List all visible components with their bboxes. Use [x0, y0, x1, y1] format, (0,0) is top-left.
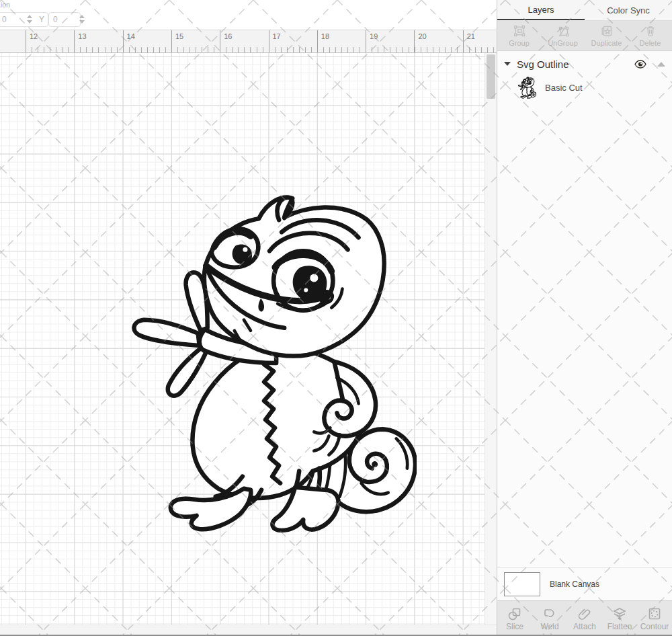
x-coordinate-stepper[interactable]	[26, 12, 34, 26]
contour-button-label: Contour	[640, 622, 669, 631]
ruler-number: 15	[171, 30, 183, 52]
tab-layers[interactable]: Layers	[497, 0, 585, 20]
ruler-number: 19	[366, 30, 378, 52]
ruler-number: 12	[26, 30, 38, 52]
flatten-button-label: Flatten	[607, 622, 632, 631]
group-button[interactable]: Group	[497, 21, 541, 50]
eye-icon	[634, 60, 646, 69]
flatten-icon	[612, 606, 627, 621]
ruler-number: 20	[414, 30, 426, 52]
collapse-triangle-icon[interactable]	[504, 62, 511, 66]
cricut-design-space-app: ion Y 12131415161718192021	[0, 0, 672, 636]
bottom-toolbar: Slice Weld Attach	[497, 600, 672, 636]
spinner-up-icon[interactable]	[79, 15, 85, 18]
y-coordinate-label: Y	[39, 15, 44, 24]
y-coordinate-stepper[interactable]	[78, 12, 86, 26]
ruler-number: 16	[220, 30, 232, 52]
blank-canvas-thumbnail	[504, 572, 540, 596]
horizontal-ruler: 12131415161718192021	[0, 30, 497, 53]
visibility-toggle[interactable]	[634, 60, 646, 69]
attach-icon	[577, 606, 592, 621]
delete-button[interactable]: Delete	[628, 21, 672, 50]
layer-group-header[interactable]: Svg Outline	[497, 53, 672, 75]
design-canvas-grid	[0, 53, 485, 625]
chameleon-artwork[interactable]	[99, 188, 417, 539]
y-coordinate-field[interactable]	[48, 12, 81, 27]
position-label-fragment: ion	[1, 1, 10, 9]
ungroup-icon	[556, 24, 570, 38]
tab-color-sync[interactable]: Color Sync	[585, 0, 672, 20]
duplicate-button[interactable]: Duplicate	[585, 21, 628, 50]
canvas-area: ion Y 12131415161718192021	[0, 0, 497, 636]
panel-empty-space	[497, 100, 672, 567]
layer-group-title: Svg Outline	[517, 58, 569, 70]
ungroup-button-label: UnGroup	[548, 39, 578, 47]
flatten-button[interactable]: Flatten	[602, 601, 637, 636]
scroll-up-icon[interactable]	[657, 62, 665, 67]
ruler-number: 21	[463, 30, 475, 52]
ungroup-button[interactable]: UnGroup	[541, 21, 585, 50]
contour-button[interactable]: Contour	[637, 601, 672, 636]
weld-button[interactable]: Weld	[532, 601, 567, 636]
group-icon	[513, 24, 526, 38]
delete-button-label: Delete	[640, 39, 661, 47]
ruler-number: 18	[317, 30, 329, 52]
position-toolbar: ion Y	[0, 0, 497, 30]
attach-button[interactable]: Attach	[567, 601, 602, 636]
layers-panel: Layers Color Sync Group	[497, 0, 672, 636]
attach-button-label: Attach	[573, 622, 596, 631]
weld-icon	[542, 606, 557, 621]
spinner-down-icon[interactable]	[27, 20, 32, 24]
slice-button[interactable]: Slice	[497, 601, 532, 636]
contour-icon	[647, 606, 662, 621]
duplicate-button-label: Duplicate	[591, 39, 622, 47]
layer-item-basic-cut[interactable]: Basic Cut	[497, 75, 672, 100]
ruler-number: 13	[74, 30, 86, 52]
blank-canvas-label: Blank Canvas	[550, 580, 599, 589]
weld-button-label: Weld	[540, 622, 558, 631]
layer-item-label: Basic Cut	[545, 83, 583, 93]
blank-canvas-row[interactable]: Blank Canvas	[497, 567, 672, 600]
spinner-down-icon[interactable]	[79, 20, 85, 24]
layer-thumbnail	[516, 77, 536, 99]
panel-tabs: Layers Color Sync	[497, 0, 672, 21]
canvas-vertical-scrollbar[interactable]	[485, 53, 497, 625]
duplicate-icon	[600, 24, 614, 38]
ruler-number: 17	[269, 30, 281, 52]
vertical-scrollbar-thumb[interactable]	[487, 54, 495, 99]
spinner-up-icon[interactable]	[27, 15, 32, 18]
group-button-label: Group	[509, 39, 530, 47]
delete-icon	[644, 24, 657, 38]
layer-action-buttons: Group UnGroup Duplicate	[497, 21, 672, 51]
slice-button-label: Slice	[506, 622, 523, 631]
ruler-number: 14	[123, 30, 135, 52]
slice-icon	[507, 606, 522, 621]
